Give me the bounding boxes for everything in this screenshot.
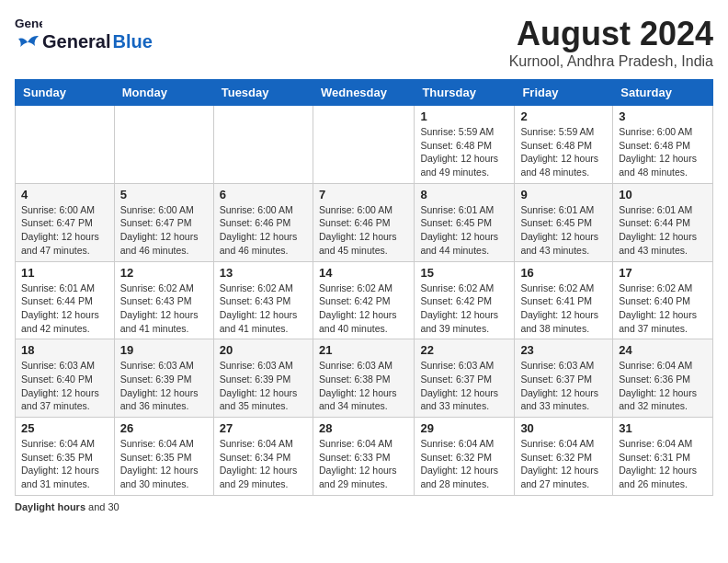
calendar-cell: 17Sunrise: 6:02 AM Sunset: 6:40 PM Dayli… (613, 261, 713, 339)
calendar-cell: 23Sunrise: 6:03 AM Sunset: 6:37 PM Dayli… (515, 339, 613, 418)
calendar-cell: 8Sunrise: 6:01 AM Sunset: 6:45 PM Daylig… (415, 183, 515, 261)
day-number: 15 (420, 266, 508, 280)
day-info: Sunrise: 6:03 AM Sunset: 6:37 PM Dayligh… (520, 359, 607, 413)
day-info: Sunrise: 6:04 AM Sunset: 6:32 PM Dayligh… (520, 437, 607, 491)
day-number: 14 (319, 266, 408, 280)
day-number: 24 (619, 343, 707, 357)
day-info: Sunrise: 6:03 AM Sunset: 6:40 PM Dayligh… (21, 359, 108, 413)
calendar-cell: 30Sunrise: 6:04 AM Sunset: 6:32 PM Dayli… (515, 418, 613, 496)
weekday-header-sunday: Sunday (16, 80, 115, 106)
weekday-header-thursday: Thursday (415, 80, 515, 106)
week-row-5: 25Sunrise: 6:04 AM Sunset: 6:35 PM Dayli… (16, 418, 713, 496)
calendar-cell (313, 106, 414, 184)
day-number: 11 (21, 266, 108, 280)
week-row-3: 11Sunrise: 6:01 AM Sunset: 6:44 PM Dayli… (16, 261, 713, 339)
calendar-cell: 7Sunrise: 6:00 AM Sunset: 6:46 PM Daylig… (313, 183, 414, 261)
calendar-cell (16, 106, 115, 184)
title-area: August 2024 Kurnool, Andhra Pradesh, Ind… (509, 15, 713, 70)
day-info: Sunrise: 5:59 AM Sunset: 6:48 PM Dayligh… (520, 125, 607, 179)
calendar-cell: 9Sunrise: 6:01 AM Sunset: 6:45 PM Daylig… (515, 183, 613, 261)
logo-bird-icon (15, 33, 40, 52)
day-number: 1 (420, 109, 508, 123)
calendar-cell: 16Sunrise: 6:02 AM Sunset: 6:41 PM Dayli… (515, 261, 613, 339)
weekday-header-monday: Monday (114, 80, 213, 106)
calendar-cell: 25Sunrise: 6:04 AM Sunset: 6:35 PM Dayli… (16, 418, 115, 496)
day-info: Sunrise: 6:01 AM Sunset: 6:44 PM Dayligh… (21, 282, 108, 336)
calendar-cell (213, 106, 313, 184)
calendar-cell: 2Sunrise: 5:59 AM Sunset: 6:48 PM Daylig… (515, 106, 613, 184)
day-number: 4 (21, 188, 108, 201)
day-number: 23 (520, 343, 607, 357)
day-number: 6 (220, 188, 307, 201)
weekday-header-friday: Friday (515, 80, 613, 106)
calendar-cell: 3Sunrise: 6:00 AM Sunset: 6:48 PM Daylig… (613, 106, 713, 184)
calendar-cell: 18Sunrise: 6:03 AM Sunset: 6:40 PM Dayli… (16, 339, 115, 418)
day-number: 26 (120, 421, 208, 435)
month-title: August 2024 (509, 15, 713, 53)
day-number: 9 (520, 188, 607, 201)
day-info: Sunrise: 6:04 AM Sunset: 6:34 PM Dayligh… (220, 437, 307, 491)
logo: General General Blue (15, 15, 153, 52)
weekday-header-row: SundayMondayTuesdayWednesdayThursdayFrid… (16, 80, 713, 106)
day-number: 16 (520, 266, 607, 280)
day-info: Sunrise: 6:02 AM Sunset: 6:42 PM Dayligh… (420, 282, 508, 336)
day-info: Sunrise: 6:00 AM Sunset: 6:46 PM Dayligh… (220, 203, 307, 258)
calendar-cell: 28Sunrise: 6:04 AM Sunset: 6:33 PM Dayli… (313, 418, 414, 496)
calendar-cell: 5Sunrise: 6:00 AM Sunset: 6:47 PM Daylig… (114, 183, 213, 261)
day-number: 3 (619, 109, 707, 123)
day-info: Sunrise: 6:02 AM Sunset: 6:41 PM Dayligh… (520, 282, 607, 336)
day-info: Sunrise: 5:59 AM Sunset: 6:48 PM Dayligh… (420, 125, 508, 179)
footer-note: Daylight hours and 30 (15, 501, 713, 512)
day-number: 30 (520, 421, 607, 435)
weekday-header-wednesday: Wednesday (313, 80, 414, 106)
day-number: 10 (619, 188, 707, 201)
calendar-cell: 21Sunrise: 6:03 AM Sunset: 6:38 PM Dayli… (313, 339, 414, 418)
day-info: Sunrise: 6:00 AM Sunset: 6:48 PM Dayligh… (619, 125, 707, 179)
day-info: Sunrise: 6:04 AM Sunset: 6:36 PM Dayligh… (619, 359, 707, 413)
day-info: Sunrise: 6:00 AM Sunset: 6:47 PM Dayligh… (120, 203, 208, 258)
calendar-cell: 26Sunrise: 6:04 AM Sunset: 6:35 PM Dayli… (114, 418, 213, 496)
day-info: Sunrise: 6:02 AM Sunset: 6:43 PM Dayligh… (120, 282, 208, 336)
week-row-2: 4Sunrise: 6:00 AM Sunset: 6:47 PM Daylig… (16, 183, 713, 261)
day-info: Sunrise: 6:04 AM Sunset: 6:31 PM Dayligh… (619, 437, 707, 491)
day-info: Sunrise: 6:03 AM Sunset: 6:39 PM Dayligh… (220, 359, 307, 413)
footer-detail: and 30 (88, 501, 119, 512)
day-number: 25 (21, 421, 108, 435)
day-number: 28 (319, 421, 408, 435)
day-info: Sunrise: 6:01 AM Sunset: 6:45 PM Dayligh… (420, 203, 508, 258)
calendar-cell: 24Sunrise: 6:04 AM Sunset: 6:36 PM Dayli… (613, 339, 713, 418)
weekday-header-tuesday: Tuesday (213, 80, 313, 106)
calendar-cell: 12Sunrise: 6:02 AM Sunset: 6:43 PM Dayli… (114, 261, 213, 339)
day-number: 12 (120, 266, 208, 280)
day-info: Sunrise: 6:02 AM Sunset: 6:40 PM Dayligh… (619, 282, 707, 336)
day-number: 22 (420, 343, 508, 357)
day-number: 2 (520, 109, 607, 123)
page-header: General General Blue August 2024 Kurnool… (15, 15, 713, 70)
calendar-cell: 11Sunrise: 6:01 AM Sunset: 6:44 PM Dayli… (16, 261, 115, 339)
calendar-cell: 15Sunrise: 6:02 AM Sunset: 6:42 PM Dayli… (415, 261, 515, 339)
calendar-cell: 29Sunrise: 6:04 AM Sunset: 6:32 PM Dayli… (415, 418, 515, 496)
logo-text-blue: Blue (112, 31, 152, 52)
weekday-header-saturday: Saturday (613, 80, 713, 106)
day-info: Sunrise: 6:04 AM Sunset: 6:32 PM Dayligh… (420, 437, 508, 491)
day-info: Sunrise: 6:00 AM Sunset: 6:46 PM Dayligh… (319, 203, 408, 258)
day-number: 8 (420, 188, 508, 201)
day-number: 27 (220, 421, 307, 435)
day-number: 17 (619, 266, 707, 280)
day-info: Sunrise: 6:04 AM Sunset: 6:35 PM Dayligh… (120, 437, 208, 491)
day-number: 31 (619, 421, 707, 435)
location-title: Kurnool, Andhra Pradesh, India (509, 53, 713, 70)
calendar-cell: 1Sunrise: 5:59 AM Sunset: 6:48 PM Daylig… (415, 106, 515, 184)
day-info: Sunrise: 6:04 AM Sunset: 6:35 PM Dayligh… (21, 437, 108, 491)
calendar-cell: 20Sunrise: 6:03 AM Sunset: 6:39 PM Dayli… (213, 339, 313, 418)
day-number: 19 (120, 343, 208, 357)
logo-text-general: General (42, 31, 110, 52)
calendar-cell: 4Sunrise: 6:00 AM Sunset: 6:47 PM Daylig… (16, 183, 115, 261)
day-number: 21 (319, 343, 408, 357)
day-number: 7 (319, 188, 408, 201)
calendar-cell: 31Sunrise: 6:04 AM Sunset: 6:31 PM Dayli… (613, 418, 713, 496)
day-info: Sunrise: 6:03 AM Sunset: 6:38 PM Dayligh… (319, 359, 408, 413)
calendar-cell: 10Sunrise: 6:01 AM Sunset: 6:44 PM Dayli… (613, 183, 713, 261)
footer-label: Daylight hours (15, 501, 85, 512)
day-info: Sunrise: 6:02 AM Sunset: 6:43 PM Dayligh… (220, 282, 307, 336)
